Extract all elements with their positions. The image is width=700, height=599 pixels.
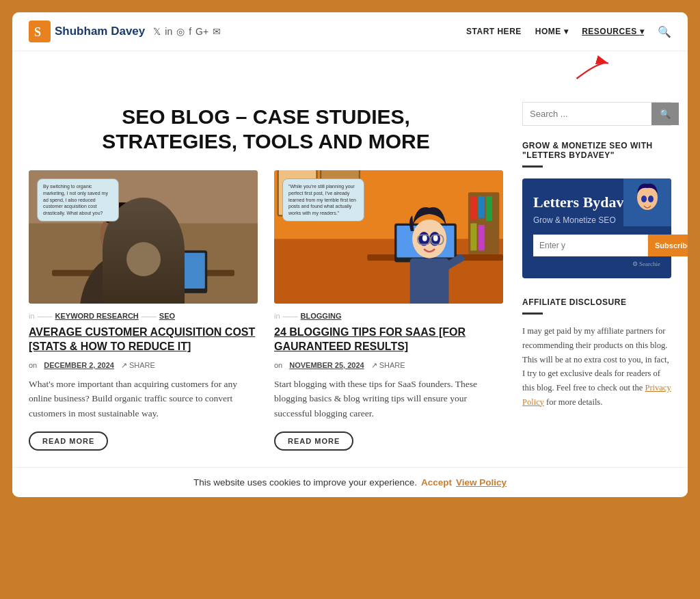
sidebar-search-button[interactable]: 🔍 [651,103,679,125]
svg-point-38 [641,196,647,202]
svg-point-26 [433,235,438,241]
resources-dropdown-arrow: ▾ [640,27,645,36]
svg-rect-11 [124,232,135,240]
post-excerpt-1: What's more important than acquiring cus… [29,377,258,421]
post-grid: By switching to organic marketing, I not… [29,170,503,451]
newsletter-art [623,178,671,226]
post-image-2: "While you're still planning your perfec… [274,170,503,304]
affiliate-divider [522,312,543,315]
sidebar-search-box: 🔍 [522,102,671,126]
site-header: S Shubham Davey 𝕏 in ◎ f G+ ✉ START HERE… [12,12,688,51]
cookie-view-policy-button[interactable]: View Policy [456,477,507,488]
post-card-1: By switching to organic marketing, I not… [29,170,258,451]
svg-text:S: S [34,25,41,39]
svg-rect-31 [470,196,476,219]
newsletter-widget: Letters Bydavey Grow & Monetize SEO Subs… [522,178,671,278]
speech-bubble-1: By switching to organic marketing, I not… [37,178,119,222]
affiliate-title: AFFILIATE DISCLOSURE [522,297,671,307]
sidebar-search-input[interactable] [523,103,651,124]
read-more-button-1[interactable]: READ MORE [29,431,108,451]
email-icon[interactable]: ✉ [213,26,221,37]
svg-rect-40 [637,210,658,226]
cookie-banner: This website uses cookies to improve you… [12,467,688,497]
googleplus-icon[interactable]: G+ [196,26,208,37]
logo-text: Shubham Davey [55,25,145,38]
sidebar: 🔍 GROW & MONETIZE SEO WITH "LETTERS BYDA… [522,85,671,451]
nav-home[interactable]: HOME ▾ [535,27,568,36]
post-title-1[interactable]: AVERAGE CUSTOMER ACQUISITION COST [STATS… [29,325,258,354]
post-date-row-1: on DECEMBER 2, 2024 ↗ SHARE [29,361,258,370]
svg-rect-33 [486,196,492,221]
header-search-button[interactable]: 🔍 [658,25,671,38]
site-logo[interactable]: S Shubham Davey [29,21,145,42]
svg-rect-35 [479,225,485,250]
svg-rect-10 [111,232,122,240]
speech-bubble-2: "While you're still planning your perfec… [282,178,364,222]
newsletter-subscribe-button[interactable]: Subscribe for $0 [648,235,688,256]
post-card-2: "While you're still planning your perfec… [274,170,503,451]
page-title: SEO BLOG – CASE STUDIES, STRATEGIES, TOO… [29,85,503,170]
post-category-keyword[interactable]: KEYWORD RESEARCH [55,312,139,320]
blog-area: SEO BLOG – CASE STUDIES, STRATEGIES, TOO… [29,85,503,451]
instagram-icon[interactable]: ◎ [176,26,185,37]
affiliate-text: I may get paid by my affiliate partners … [522,324,671,409]
social-icons: 𝕏 in ◎ f G+ ✉ [153,26,221,37]
main-nav: START HERE HOME ▾ RESOURCES ▾ 🔍 [466,25,671,38]
post-date-row-2: on NOVEMBER 25, 2024 ↗ SHARE [274,361,503,370]
home-dropdown-arrow: ▾ [564,27,569,36]
post-category-seo[interactable]: SEO [159,312,175,320]
post-meta-1: in —— KEYWORD RESEARCH —— SEO [29,312,258,320]
post-meta-2: in —— BLOGGING [274,312,503,320]
logo-icon: S [29,21,51,42]
nav-resources[interactable]: RESOURCES ▾ [582,27,644,36]
arrow-annotation [12,51,688,85]
main-content: SEO BLOG – CASE STUDIES, STRATEGIES, TOO… [12,85,688,467]
post-category-blogging[interactable]: BLOGGING [301,312,342,320]
nav-start-here[interactable]: START HERE [466,27,522,36]
svg-point-39 [648,196,654,202]
post-date-1[interactable]: DECEMBER 2, 2024 [44,361,114,369]
read-more-button-2[interactable]: READ MORE [274,431,353,451]
svg-rect-4 [29,224,258,304]
newsletter-section-title: GROW & MONETIZE SEO WITH "LETTERS BYDAVE… [522,141,671,160]
newsletter-email-input[interactable] [533,235,648,256]
twitter-icon[interactable]: 𝕏 [153,26,161,37]
newsletter-form: Subscribe for $0 [533,235,660,256]
affiliate-section: AFFILIATE DISCLOSURE I may get paid by m… [522,297,671,409]
post-date-2[interactable]: NOVEMBER 25, 2024 [289,361,364,369]
newsletter-section: GROW & MONETIZE SEO WITH "LETTERS BYDAVE… [522,141,671,278]
svg-rect-7 [139,253,204,289]
newsletter-powered: ⚙ Searchie [533,261,660,267]
red-arrow-icon [571,55,612,82]
share-button-1[interactable]: ↗ SHARE [121,361,155,370]
cookie-accept-button[interactable]: Accept [421,477,452,488]
svg-point-25 [422,235,427,241]
header-left: S Shubham Davey 𝕏 in ◎ f G+ ✉ [29,21,221,42]
newsletter-divider [522,165,543,168]
svg-rect-34 [470,224,476,251]
newsletter-art-icon [623,178,671,226]
facebook-icon[interactable]: f [189,26,191,37]
post-image-1: By switching to organic marketing, I not… [29,170,258,304]
cookie-text: This website uses cookies to improve you… [193,477,417,488]
post-excerpt-2: Start blogging with these tips for SaaS … [274,377,503,421]
svg-rect-32 [479,196,485,218]
linkedin-icon[interactable]: in [165,26,172,37]
post-title-2[interactable]: 24 BLOGGING TIPS FOR SAAS [FOR GAURANTEE… [274,325,503,354]
share-button-2[interactable]: ↗ SHARE [371,361,405,370]
